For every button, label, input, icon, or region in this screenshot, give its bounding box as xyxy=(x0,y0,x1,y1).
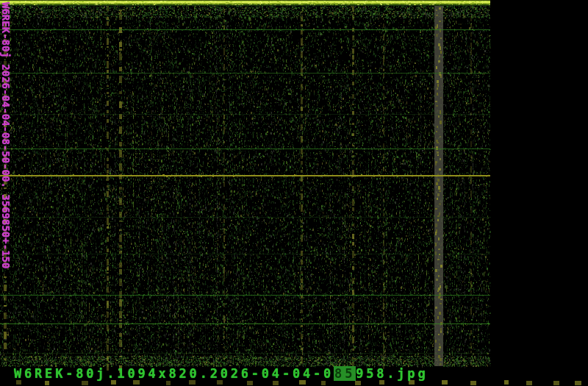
filename-highlight-digits: 85 xyxy=(334,366,356,381)
filename-suffix: 958.jpg xyxy=(356,366,428,381)
spectrogram-canvas xyxy=(0,0,588,386)
frame-info-label: W6REK-80j 2026-04-04-08-50-00. 3569850+-… xyxy=(0,2,12,268)
filename-label: W6REK-80j.1094x820.2026-04-04-085958.jpg xyxy=(14,366,428,381)
grabber-image: W6REK-80j 2026-04-04-08-50-00. 3569850+-… xyxy=(0,0,588,386)
filename-prefix: W6REK-80j.1094x820.2026-04-04-0 xyxy=(14,366,334,381)
